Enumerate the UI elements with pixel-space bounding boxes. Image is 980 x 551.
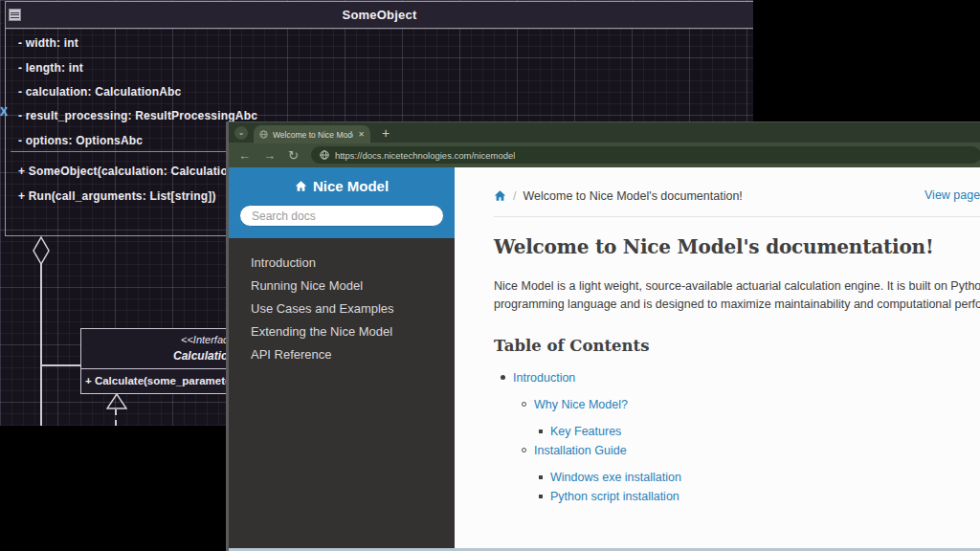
sidebar-item-introduction[interactable]: Introduction	[229, 252, 455, 275]
uml-interface-name: Calculatio	[173, 349, 228, 363]
uml-attribute[interactable]: - width: int	[18, 36, 78, 50]
tab-search-button[interactable]: ⌄	[234, 126, 248, 140]
breadcrumb-current-page: Welcome to Nice Model's documentation!	[523, 189, 742, 203]
browser-tab-active[interactable]: Welcome to Nice Model's doc... ✕	[254, 125, 370, 143]
docs-sidebar: Nice Model Introduction Running Nice Mod…	[229, 167, 455, 548]
square-bullet-icon	[539, 475, 543, 479]
toc-link-windows-exe[interactable]: Windows exe installation	[550, 471, 681, 484]
circle-bullet-icon	[522, 448, 526, 452]
sidebar-item-use-cases[interactable]: Use Cases and Examples	[229, 298, 455, 320]
circle-bullet-icon	[522, 402, 526, 407]
reload-icon[interactable]: ↻	[288, 149, 299, 162]
breadcrumb-home-icon[interactable]	[494, 189, 506, 202]
breadcrumb-separator: /	[513, 189, 516, 203]
disc-bullet-icon	[501, 375, 505, 380]
uml-attribute[interactable]: - result_processing: ResultProcessingAbc	[18, 109, 257, 122]
table-of-contents: Introduction Why Nice Model? Key Feature…	[494, 371, 980, 503]
breadcrumb: / Welcome to Nice Model's documentation!…	[494, 188, 980, 203]
toc-item: Python script installation	[494, 490, 980, 503]
browser-tabstrip: ⌄ Welcome to Nice Model's doc... ✕ +	[229, 121, 980, 143]
toc-link-python-script[interactable]: Python script installation	[550, 490, 679, 503]
page-title: Welcome to Nice Model's documentation!	[494, 235, 980, 258]
back-icon[interactable]: ←	[238, 149, 251, 162]
browser-toolbar: ← → ↻ https://docs.nicetechnologies.com/…	[229, 143, 980, 167]
toc-link-why-nice-model[interactable]: Why Nice Model?	[534, 398, 628, 411]
address-bar[interactable]: https://docs.nicetechnologies.com/nicemo…	[311, 146, 980, 164]
view-page-source-link[interactable]: View page	[924, 188, 980, 202]
globe-favicon-icon	[259, 130, 268, 139]
intro-paragraph: Nice Model is a light weight, source-ava…	[494, 277, 980, 315]
uml-interface-calculation[interactable]: <<Interfac Calculatio + Calculate(some_p…	[80, 328, 243, 394]
toc-item: Key Features	[494, 425, 980, 438]
search-box	[239, 205, 444, 227]
search-input[interactable]	[239, 205, 444, 227]
toc-item: Installation Guide	[494, 444, 980, 457]
sidebar-item-api-reference[interactable]: API Reference	[229, 343, 455, 366]
desktop: SomeObject - width: int - length: int - …	[0, 0, 980, 551]
breadcrumb-divider	[494, 216, 980, 217]
toc-item: Windows exe installation	[494, 471, 980, 484]
home-icon	[295, 180, 307, 192]
sidebar-item-extending[interactable]: Extending the Nice Model	[229, 320, 455, 343]
toc-item: Why Nice Model?	[494, 398, 980, 411]
realization-arrow-icon[interactable]	[106, 393, 127, 410]
brand-label: Nice Model	[313, 178, 389, 194]
toc-link-key-features[interactable]: Key Features	[550, 425, 621, 438]
chevron-down-icon: ⌄	[238, 128, 245, 137]
uml-attribute[interactable]: - calculation: CalculationAbc	[18, 85, 182, 99]
square-bullet-icon	[539, 430, 543, 433]
uml-class-titlebar[interactable]: SomeObject	[6, 2, 753, 29]
toc-item: Introduction	[494, 371, 980, 385]
tab-close-icon[interactable]: ✕	[358, 130, 365, 139]
sidebar-nav: Introduction Running Nice Model Use Case…	[229, 238, 455, 366]
uml-interface-stereotype: <<Interfac	[181, 334, 229, 345]
square-bullet-icon	[539, 495, 543, 498]
uml-connector-line[interactable]	[40, 264, 42, 426]
uml-method[interactable]: + Run(call_arguments: List[string])	[18, 189, 216, 203]
tab-title: Welcome to Nice Model's doc...	[273, 130, 353, 140]
site-globe-icon	[320, 150, 329, 160]
uml-method[interactable]: + Calculate(some_parameter	[85, 375, 235, 386]
toc-link-installation-guide[interactable]: Installation Guide	[534, 444, 627, 457]
sidebar-header: Nice Model	[229, 167, 455, 238]
uml-section-divider	[81, 368, 242, 369]
toc-link-introduction[interactable]: Introduction	[513, 371, 575, 385]
uml-attribute[interactable]: - options: OptionsAbc	[18, 134, 143, 147]
realization-dashed-line[interactable]	[115, 409, 117, 426]
aggregation-diamond-icon[interactable]	[33, 236, 50, 265]
uml-class-title: SomeObject	[343, 8, 417, 22]
uml-attribute[interactable]: - length: int	[18, 61, 83, 75]
docs-content: / Welcome to Nice Model's documentation!…	[455, 167, 980, 548]
sidebar-item-running-nice-model[interactable]: Running Nice Model	[229, 275, 455, 298]
url-text: https://docs.nicetechnologies.com/nicemo…	[335, 150, 516, 161]
toc-heading: Table of Contents	[494, 337, 980, 355]
new-tab-button[interactable]: +	[382, 124, 390, 142]
uml-connector-line[interactable]	[41, 364, 81, 366]
docs-page: Nice Model Introduction Running Nice Mod…	[229, 167, 980, 548]
cursor-x-marker: X	[0, 105, 8, 119]
brand-home-link[interactable]: Nice Model	[295, 178, 389, 194]
list-icon	[9, 9, 21, 21]
forward-icon[interactable]: →	[263, 149, 276, 162]
browser-window: ⌄ Welcome to Nice Model's doc... ✕ + ← →…	[226, 121, 980, 551]
